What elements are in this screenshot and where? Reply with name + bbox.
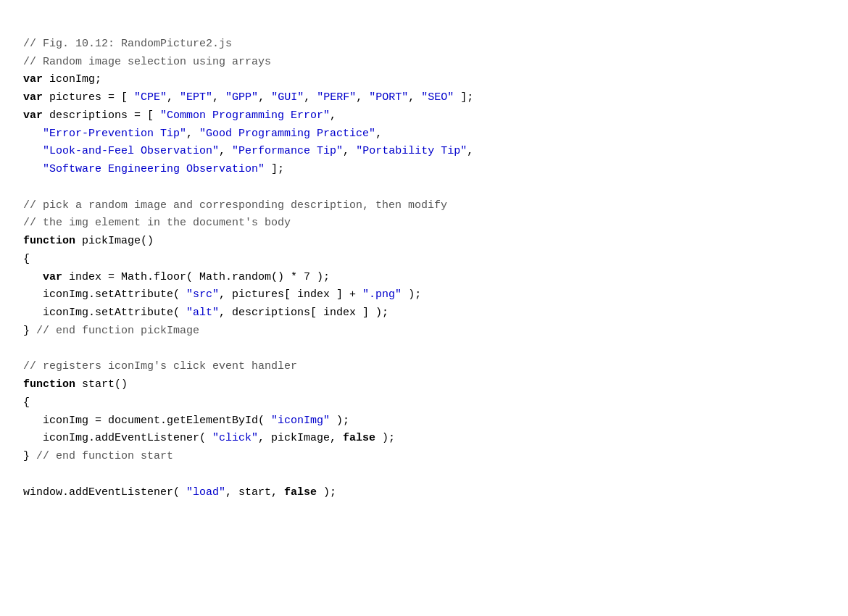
normal-text: { xyxy=(23,396,30,409)
string-text: "EPT" xyxy=(180,91,212,104)
keyword-text: false xyxy=(343,432,375,444)
normal-text: { xyxy=(23,253,30,265)
keyword-text: var xyxy=(23,91,43,104)
code-line xyxy=(23,179,825,197)
normal-text: window.addEventListener( xyxy=(23,486,186,499)
normal-text: , xyxy=(467,145,473,157)
normal-text: ); xyxy=(330,415,349,427)
code-line: // pick a random image and corresponding… xyxy=(23,197,825,215)
string-text: "load" xyxy=(186,486,225,499)
string-text: "Software Engineering Observation" xyxy=(43,163,265,175)
normal-text: , xyxy=(219,145,232,157)
code-line: "Error-Prevention Tip", "Good Programmin… xyxy=(23,125,825,143)
code-display: // Fig. 10.12: RandomPicture2.js// Rando… xyxy=(23,17,825,501)
code-line: } // end function start xyxy=(23,448,825,466)
code-line: { xyxy=(23,394,825,412)
normal-text: start() xyxy=(75,378,128,391)
normal-text: index = Math.floor( Math.random() * 7 ); xyxy=(62,271,330,283)
string-text: "PORT" xyxy=(369,91,408,104)
string-text: "PERF" xyxy=(317,91,356,104)
code-line: iconImg.setAttribute( "alt", description… xyxy=(23,304,825,322)
normal-text: ); xyxy=(402,288,421,301)
code-line: } // end function pickImage xyxy=(23,322,825,341)
code-line: iconImg = document.getElementById( "icon… xyxy=(23,412,825,430)
normal-text: ); xyxy=(317,486,336,499)
code-line: iconImg.setAttribute( "src", pictures[ i… xyxy=(23,286,825,304)
keyword-text: function xyxy=(23,235,75,247)
string-text: ".png" xyxy=(362,288,402,301)
normal-text: , xyxy=(212,91,225,104)
string-text: "GUI" xyxy=(271,91,304,104)
string-text: "Good Programming Practice" xyxy=(199,128,375,140)
code-line: var descriptions = [ "Common Programming… xyxy=(23,107,825,125)
code-line xyxy=(23,466,825,484)
normal-text: iconImg.addEventListener( xyxy=(23,432,212,444)
code-line: function start() xyxy=(23,376,825,394)
string-text: "CPE" xyxy=(134,91,167,104)
string-text: "Look-and-Feel Observation" xyxy=(43,145,219,157)
string-text: "src" xyxy=(186,288,219,301)
string-text: "Performance Tip" xyxy=(232,145,343,157)
normal-text: , xyxy=(304,91,317,104)
comment-text: // the img element in the document's bod… xyxy=(23,217,291,229)
string-text: "click" xyxy=(212,432,258,444)
code-line: iconImg.addEventListener( "click", pickI… xyxy=(23,430,825,448)
normal-text: , xyxy=(375,128,382,140)
normal-text: ]; xyxy=(454,91,473,104)
string-text: "alt" xyxy=(186,307,219,319)
keyword-text: var xyxy=(23,73,43,86)
code-line: function pickImage() xyxy=(23,233,825,251)
code-line: "Look-and-Feel Observation", "Performanc… xyxy=(23,143,825,161)
normal-text: , xyxy=(343,145,356,157)
normal-text: ); xyxy=(375,432,395,444)
keyword-text: var xyxy=(23,109,43,122)
normal-text xyxy=(23,163,43,175)
normal-text: , xyxy=(258,91,271,104)
code-line: // Random image selection using arrays xyxy=(23,54,825,72)
normal-text: descriptions = [ xyxy=(43,109,160,122)
string-text: "SEO" xyxy=(421,91,454,104)
keyword-text: var xyxy=(43,271,62,283)
comment-text: // pick a random image and corresponding… xyxy=(23,199,447,212)
normal-text: , start, xyxy=(225,486,284,499)
comment-text: // registers iconImg's click event handl… xyxy=(23,360,297,372)
string-text: "iconImg" xyxy=(271,415,330,427)
keyword-text: false xyxy=(284,486,317,499)
normal-text: , pictures[ index ] + xyxy=(219,288,362,301)
normal-text: , xyxy=(356,91,369,104)
code-line: window.addEventListener( "load", start, … xyxy=(23,484,825,502)
normal-text xyxy=(23,128,43,140)
normal-text: , xyxy=(330,109,336,122)
normal-text: ]; xyxy=(265,163,284,175)
code-line: // registers iconImg's click event handl… xyxy=(23,358,825,376)
code-line xyxy=(23,341,825,359)
code-line: var index = Math.floor( Math.random() * … xyxy=(23,269,825,287)
normal-text: iconImg.setAttribute( xyxy=(23,288,186,301)
normal-text: pickImage() xyxy=(75,235,154,247)
code-line: var iconImg; xyxy=(23,71,825,89)
normal-text: iconImg; xyxy=(43,73,101,86)
comment-text: // Random image selection using arrays xyxy=(23,56,271,68)
normal-text xyxy=(23,145,43,157)
string-text: "GPP" xyxy=(225,91,258,104)
normal-text: , xyxy=(167,91,180,104)
code-line: var pictures = [ "CPE", "EPT", "GPP", "G… xyxy=(23,89,825,107)
normal-text xyxy=(23,271,43,283)
normal-text: iconImg = document.getElementById( xyxy=(23,415,271,427)
code-line: { xyxy=(23,251,825,269)
normal-text: , descriptions[ index ] ); xyxy=(219,307,388,319)
keyword-text: function xyxy=(23,378,75,391)
normal-text: , xyxy=(186,128,199,140)
normal-text: iconImg.setAttribute( xyxy=(23,307,186,319)
normal-text: , pickImage, xyxy=(258,432,343,444)
code-line: "Software Engineering Observation" ]; xyxy=(23,161,825,179)
string-text: "Common Programming Error" xyxy=(160,109,330,122)
code-line: // the img element in the document's bod… xyxy=(23,215,825,233)
code-line: // Fig. 10.12: RandomPicture2.js xyxy=(23,36,825,54)
string-text: "Error-Prevention Tip" xyxy=(43,128,186,140)
comment-text: // Fig. 10.12: RandomPicture2.js xyxy=(23,38,232,50)
string-text: "Portability Tip" xyxy=(356,145,467,157)
normal-text: , xyxy=(408,91,421,104)
normal-text: pictures = [ xyxy=(43,91,134,104)
